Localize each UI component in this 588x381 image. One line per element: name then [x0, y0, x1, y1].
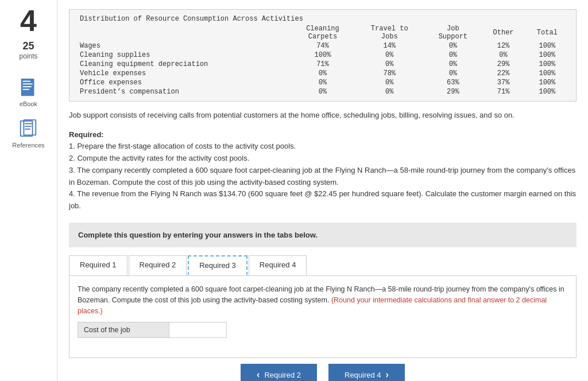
required-heading: Required:	[69, 130, 104, 139]
prev-button[interactable]: Required 2	[241, 364, 317, 381]
tab-content: The company recently completed a 600 squ…	[69, 276, 577, 358]
distribution-table: Distribution of Resource Consumption Acr…	[69, 9, 577, 102]
sidebar: 4 25 points eBook References	[0, 0, 57, 381]
complete-box: Complete this question by entering your …	[69, 223, 577, 247]
svg-rect-7	[25, 123, 33, 125]
next-label: Required 4	[345, 371, 381, 379]
svg-rect-2	[22, 83, 32, 84]
points-value: 25	[22, 40, 34, 52]
chevron-right-icon	[386, 370, 389, 380]
required-item-3: 3. The company recently completed a 600 …	[69, 166, 575, 186]
svg-rect-4	[22, 89, 29, 90]
svg-rect-9	[25, 129, 30, 130]
points-label: points	[19, 52, 37, 60]
table-row: Cleaning equipment depreciation 71% 0% 0…	[76, 60, 569, 69]
table-row: Vehicle expenses 0% 78% 0% 22% 100%	[76, 69, 569, 78]
main-content: Distribution of Resource Consumption Acr…	[57, 0, 588, 381]
tab-required-4[interactable]: Required 4	[249, 255, 307, 275]
ebook-label: eBook	[20, 100, 37, 107]
table-title: Distribution of Resource Consumption Acr…	[76, 14, 569, 24]
references-button[interactable]: References	[12, 119, 44, 149]
required-item-1: 1. Prepare the first-stage allocation of…	[69, 142, 296, 150]
required-item-2: 2. Compute the activity rates for the ac…	[69, 154, 249, 162]
next-button[interactable]: Required 4	[328, 364, 405, 381]
nav-buttons: Required 2 Required 4	[69, 364, 577, 381]
cost-input[interactable]	[169, 322, 227, 338]
job-description: Job support consists of receiving calls …	[69, 110, 577, 121]
svg-rect-3	[22, 86, 31, 87]
table-row: Office expenses 0% 0% 63% 37% 100%	[76, 78, 569, 87]
tab-required-2[interactable]: Required 2	[129, 255, 187, 275]
tab-required-1[interactable]: Required 1	[69, 255, 127, 275]
ebook-button[interactable]: eBook	[20, 77, 38, 107]
col-cleaning: CleaningCarpets	[291, 24, 355, 41]
cost-label: Cost of the job	[78, 322, 169, 338]
svg-rect-6	[24, 120, 36, 135]
col-travel: Travel toJobs	[354, 24, 424, 41]
references-label: References	[12, 142, 44, 149]
tab-description: The company recently completed a 600 squ…	[78, 284, 568, 316]
complete-box-text: Complete this question by entering your …	[78, 231, 318, 239]
col-job: JobSupport	[424, 24, 481, 41]
ebook-icon	[20, 77, 38, 98]
required-block: Required: 1. Prepare the first-stage all…	[69, 129, 577, 213]
table-row: Wages 74% 14% 0% 12% 100%	[76, 41, 569, 50]
svg-rect-8	[25, 126, 32, 127]
col-other: Other	[481, 24, 525, 41]
question-number: 4	[20, 6, 37, 36]
table-row: Cleaning supplies 100% 0% 0% 0% 100%	[76, 50, 569, 60]
table-row: President’s compensation 0% 0% 29% 71% 1…	[76, 87, 569, 96]
tab-required-3[interactable]: Required 3	[188, 255, 247, 275]
chevron-left-icon	[257, 370, 260, 380]
tabs-container: Required 1 Required 2 Required 3 Require…	[69, 255, 577, 276]
references-icon	[19, 119, 37, 139]
cost-row: Cost of the job	[78, 322, 568, 338]
svg-rect-1	[22, 81, 30, 82]
prev-label: Required 2	[264, 371, 301, 379]
col-total: Total	[525, 24, 569, 41]
required-item-4: 4. The revenue from the Flying N Ranch w…	[69, 189, 576, 210]
